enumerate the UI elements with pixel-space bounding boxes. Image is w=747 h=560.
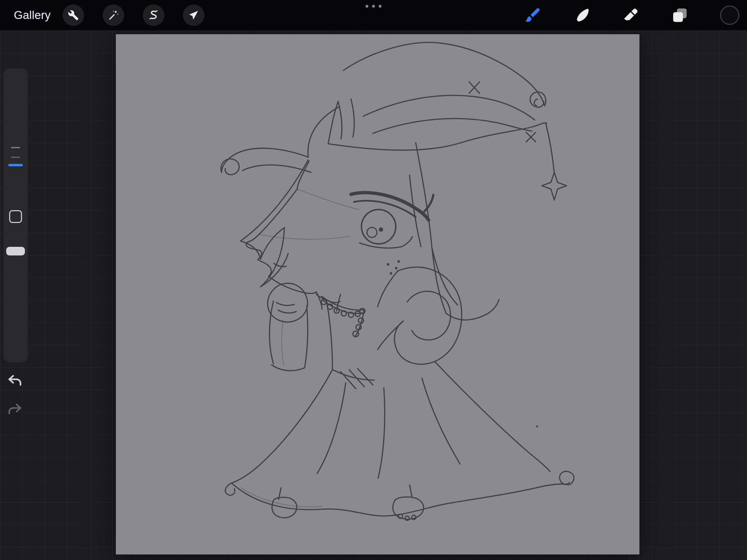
brush-sidebar <box>3 68 28 362</box>
erase-tool-button[interactable] <box>622 6 640 24</box>
paint-tool-button[interactable] <box>524 6 542 24</box>
selection-button[interactable] <box>143 4 164 26</box>
magic-wand-icon <box>108 10 119 21</box>
top-toolbar: Gallery <box>0 0 747 30</box>
layers-icon <box>671 6 689 24</box>
actions-button[interactable] <box>63 4 84 26</box>
undo-icon <box>6 372 24 389</box>
modify-button[interactable] <box>9 210 22 223</box>
transform-button[interactable] <box>183 4 204 26</box>
selection-s-icon <box>148 10 159 21</box>
redo-icon <box>6 401 24 418</box>
right-tool-group <box>524 0 747 30</box>
canvas[interactable] <box>116 34 639 554</box>
adjustments-button[interactable] <box>103 4 124 26</box>
eraser-icon <box>622 6 640 24</box>
dot <box>372 5 375 8</box>
size-slider-tick <box>11 147 20 148</box>
layers-button[interactable] <box>671 6 689 24</box>
brush-size-slider[interactable] <box>8 164 23 166</box>
undo-button[interactable] <box>6 372 24 389</box>
color-swatch[interactable] <box>720 6 739 25</box>
multitask-dots[interactable] <box>366 5 381 8</box>
wrench-icon <box>68 10 79 21</box>
sketch-drawing <box>116 34 639 554</box>
smudge-icon <box>573 6 591 24</box>
opacity-slider[interactable] <box>6 247 25 255</box>
left-tool-group <box>63 4 204 26</box>
smudge-tool-button[interactable] <box>573 6 591 24</box>
dot <box>366 5 368 8</box>
transform-arrow-icon <box>188 10 199 21</box>
redo-button[interactable] <box>6 401 24 418</box>
size-slider-tick <box>11 157 20 158</box>
workspace-background[interactable] <box>0 30 747 560</box>
gallery-button[interactable]: Gallery <box>14 9 51 22</box>
paint-brush-icon <box>524 6 542 24</box>
dot <box>379 5 381 8</box>
